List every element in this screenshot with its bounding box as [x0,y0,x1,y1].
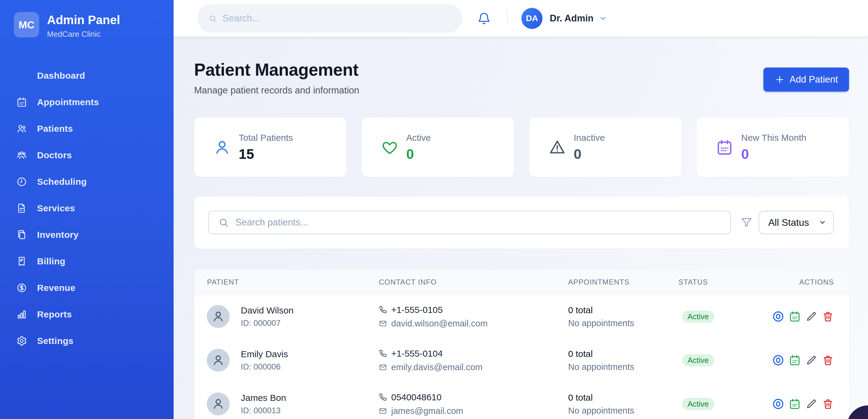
table-row: Emily DavisID: 000006+1-555-0104emily.da… [194,338,849,382]
edit-action-pencil-icon[interactable] [805,310,817,323]
page-subtitle: Manage patient records and information [194,85,359,96]
sidebar-item-services[interactable]: Services [0,195,174,221]
stat-card-total-patients: Total Patients15 [194,118,347,177]
sidebar-item-label: Settings [37,336,73,346]
dollar-icon [16,282,27,293]
app-logo: MC [14,12,39,37]
edit-action-pencil-icon[interactable] [805,354,817,366]
sidebar-item-doctors[interactable]: Doctors [0,142,174,169]
sidebar-item-settings[interactable]: Settings [0,328,174,354]
appointments-note: No appointments [568,406,634,416]
stat-value: 15 [239,146,293,162]
sidebar-item-label: Appointments [37,97,99,107]
sidebar-item-scheduling[interactable]: Scheduling [0,169,174,195]
heart-icon [381,139,398,156]
add-patient-label: Add Patient [789,74,838,85]
schedule-action-calendar-icon[interactable] [789,354,801,366]
stat-card-active: Active0 [362,118,514,177]
clock-icon [16,176,27,187]
patient-search-input[interactable] [235,217,687,228]
global-search-input[interactable] [222,13,433,24]
view-action-eye-icon[interactable] [772,354,784,366]
sidebar-item-label: Revenue [37,283,75,293]
stats-row: Total Patients15Active0Inactive0New This… [194,118,849,177]
patient-email: emily.davis@email.com [391,362,483,372]
user-name: Dr. Admin [550,13,593,24]
sidebar-nav: DashboardAppointmentsPatientsDoctorsSche… [0,62,174,354]
sidebar-item-revenue[interactable]: Revenue [0,275,174,301]
patient-name: Emily Davis [241,349,288,359]
view-action-eye-icon[interactable] [772,310,784,323]
patient-id: ID: 000006 [241,362,288,372]
status-badge: Active [682,354,714,366]
patient-email: james@gmail.com [391,406,463,416]
gear-icon [16,335,27,346]
sidebar-item-billing[interactable]: Billing [0,248,174,275]
phone-icon [379,393,387,401]
calendar-icon [16,97,27,108]
search-icon [218,217,229,228]
patient-email: david.wilson@email.com [391,319,488,329]
delete-action-trash-icon[interactable] [822,310,834,323]
topbar: DA Dr. Admin [174,0,868,37]
schedule-action-calendar-icon[interactable] [789,398,801,410]
sidebar-item-dashboard[interactable]: Dashboard [0,62,174,89]
receipt-icon [16,256,27,267]
patients-icon [16,123,27,134]
page-title: Patient Management [194,60,359,80]
patient-id: ID: 000013 [241,406,286,415]
stat-label: Inactive [574,132,605,143]
patient-id: ID: 000007 [241,319,293,328]
main-content: Patient Management Manage patient record… [174,37,868,419]
sidebar-item-reports[interactable]: Reports [0,301,174,328]
stat-label: New This Month [741,132,806,143]
patient-name: James Bon [241,393,286,403]
person-icon [213,139,231,156]
stat-label: Active [406,132,431,143]
delete-action-trash-icon[interactable] [822,354,834,366]
column-header-actions: ACTIONS [799,278,834,287]
app-title: Admin Panel [47,13,120,27]
filter-funnel-icon[interactable] [740,216,753,229]
chevron-down-icon [819,219,826,226]
sidebar-item-inventory[interactable]: Inventory [0,221,174,248]
bar-chart-icon [16,309,27,320]
view-action-eye-icon[interactable] [772,398,784,410]
table-header: PATIENTCONTACT INFOAPPOINTMENTSSTATUSACT… [194,269,849,295]
global-search[interactable] [197,4,463,33]
topbar-divider [507,11,507,26]
warning-icon [549,139,566,156]
patient-phone: +1-555-0104 [391,349,443,359]
patient-name: David Wilson [241,305,293,316]
sidebar-item-label: Doctors [37,150,72,160]
sidebar-item-label: Inventory [37,230,79,240]
patient-phone: 0540048610 [391,392,441,402]
status-filter-select[interactable]: All Status [758,211,834,234]
sidebar-item-appointments[interactable]: Appointments [0,89,174,115]
add-patient-button[interactable]: Add Patient [764,67,849,92]
edit-action-pencil-icon[interactable] [805,398,817,410]
notifications-bell-icon[interactable] [477,11,491,25]
user-menu[interactable]: DA Dr. Admin [521,8,607,29]
appointments-note: No appointments [568,318,634,328]
app-subtitle: MedCare Clinic [47,30,120,39]
calendar-icon [716,139,733,156]
schedule-action-calendar-icon[interactable] [789,310,801,323]
sidebar-item-label: Scheduling [37,177,87,187]
table-row: David WilsonID: 000007+1-555-0105david.w… [194,295,849,338]
avatar: DA [521,8,542,29]
status-badge: Active [682,398,714,410]
doctors-icon [16,150,27,161]
chevron-down-icon [599,14,607,23]
table-row: James BonID: 0000130540048610james@gmail… [194,382,849,419]
delete-action-trash-icon[interactable] [822,398,834,410]
stat-card-inactive: Inactive0 [529,118,682,177]
brand-text: Admin Panel MedCare Clinic [47,12,120,39]
appointments-total: 0 total [568,349,634,359]
patient-search-field[interactable] [208,211,731,234]
status-badge: Active [682,310,714,323]
plus-icon [775,74,785,85]
clipboard-icon [16,230,27,240]
sidebar-item-label: Dashboard [37,70,85,81]
sidebar-item-patients[interactable]: Patients [0,115,174,142]
